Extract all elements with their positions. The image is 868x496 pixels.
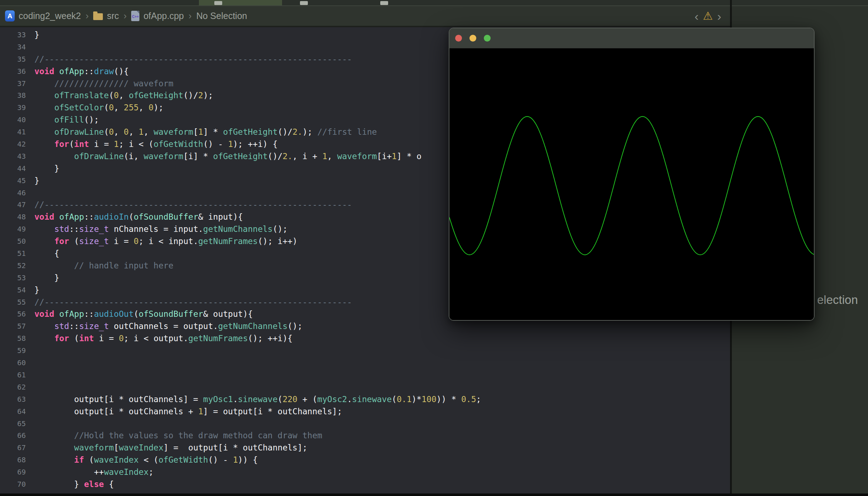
line-number[interactable]: 57 xyxy=(0,320,26,333)
code-text: ofDrawLine(i, waveform[i] * ofGetHeight(… xyxy=(26,151,421,163)
line-number[interactable]: 38 xyxy=(0,90,26,102)
code-line[interactable]: 59 xyxy=(0,345,730,357)
line-number[interactable]: 58 xyxy=(0,333,26,345)
project-icon[interactable]: A xyxy=(5,10,15,22)
of-app-window xyxy=(449,28,815,321)
line-number[interactable]: 51 xyxy=(0,248,26,260)
line-number[interactable]: 49 xyxy=(0,223,26,235)
line-number[interactable]: 34 xyxy=(0,41,26,53)
code-text: } xyxy=(26,284,39,296)
line-number[interactable]: 59 xyxy=(0,345,26,357)
code-text: ofTranslate(0, ofGetHeight()/2); xyxy=(26,90,213,102)
editor-tab-bar xyxy=(0,0,868,6)
code-line[interactable]: 67 waveform[waveIndex] = output[i * outC… xyxy=(0,442,730,454)
code-text: } else { xyxy=(26,478,114,491)
code-text: ++waveIndex; xyxy=(26,466,153,478)
code-text xyxy=(26,187,34,199)
code-text: } xyxy=(26,163,59,175)
warning-icon[interactable]: ⚠ xyxy=(703,10,713,22)
line-number[interactable]: 66 xyxy=(0,430,26,442)
code-text: ofSetColor(0, 255, 0); xyxy=(26,102,163,114)
breadcrumb-folder[interactable]: src xyxy=(107,11,119,21)
code-text: ofFill(); xyxy=(26,114,99,126)
line-number[interactable]: 47 xyxy=(0,199,26,211)
code-line[interactable]: 57 std::size_t outChannels = output.getN… xyxy=(0,320,730,333)
line-number[interactable]: 42 xyxy=(0,138,26,151)
line-number[interactable]: 50 xyxy=(0,235,26,248)
code-text: waveform[waveIndex] = output[i * outChan… xyxy=(26,442,307,454)
forward-button[interactable]: › xyxy=(717,10,721,22)
code-text: //--------------------------------------… xyxy=(26,199,352,211)
line-number[interactable]: 41 xyxy=(0,126,26,138)
chevron-right-icon: › xyxy=(85,10,90,22)
code-text: output[i * outChannels + 1] = output[i *… xyxy=(26,406,342,418)
code-text: { xyxy=(26,248,59,260)
code-text: if (waveIndex < (ofGetWidth() - 1)) { xyxy=(26,454,258,466)
code-text: for (size_t i = 0; i < input.getNumFrame… xyxy=(26,235,297,248)
code-line[interactable]: 58 for (int i = 0; i < output.getNumFram… xyxy=(0,333,730,345)
minimize-button[interactable] xyxy=(469,35,476,42)
code-line[interactable]: 69 ++waveIndex; xyxy=(0,466,730,478)
sine-wave-plot xyxy=(449,49,814,320)
line-number[interactable]: 33 xyxy=(0,29,26,41)
code-line[interactable]: 63 output[i * outChannels] = myOsc1.sine… xyxy=(0,394,730,406)
cpp-file-badge: C++ xyxy=(132,15,139,19)
close-button[interactable] xyxy=(455,35,462,42)
line-number[interactable]: 46 xyxy=(0,187,26,199)
line-number[interactable]: 54 xyxy=(0,284,26,296)
line-number[interactable]: 63 xyxy=(0,394,26,406)
line-number[interactable]: 36 xyxy=(0,66,26,78)
code-text: ofDrawLine(0, 0, 1, waveform[1] * ofGetH… xyxy=(26,126,377,138)
line-number[interactable]: 61 xyxy=(0,369,26,381)
zoom-button[interactable] xyxy=(484,35,491,42)
line-number[interactable]: 56 xyxy=(0,308,26,320)
breadcrumb-project[interactable]: coding2_week2 xyxy=(19,11,81,21)
code-line[interactable]: 60 xyxy=(0,357,730,369)
code-line[interactable]: 70 } else { xyxy=(0,478,730,491)
code-text xyxy=(26,381,34,394)
line-number[interactable]: 48 xyxy=(0,211,26,223)
code-text xyxy=(26,41,34,53)
app-window-titlebar[interactable] xyxy=(449,28,814,48)
code-line[interactable]: 61 xyxy=(0,369,730,381)
line-number[interactable]: 40 xyxy=(0,114,26,126)
line-number[interactable]: 43 xyxy=(0,151,26,163)
active-tab[interactable] xyxy=(199,0,282,5)
breadcrumb-file[interactable]: ofApp.cpp xyxy=(143,11,184,21)
line-number[interactable]: 62 xyxy=(0,381,26,394)
line-number[interactable]: 68 xyxy=(0,454,26,466)
line-number[interactable]: 44 xyxy=(0,163,26,175)
breadcrumb: A coding2_week2 › src › C++ ofApp.cpp › … xyxy=(5,6,247,26)
code-line[interactable]: 65 xyxy=(0,418,730,430)
line-number[interactable]: 53 xyxy=(0,272,26,284)
code-text: /////////////// waveform xyxy=(26,78,173,90)
back-button[interactable]: ‹ xyxy=(695,10,698,22)
line-number[interactable]: 67 xyxy=(0,442,26,454)
code-line[interactable]: 66 //Hold the values so the draw method … xyxy=(0,430,730,442)
line-number[interactable]: 35 xyxy=(0,53,26,66)
line-number[interactable]: 70 xyxy=(0,478,26,491)
line-number[interactable]: 55 xyxy=(0,296,26,309)
code-text: for (int i = 0; i < output.getNumFrames(… xyxy=(26,333,292,345)
chevron-right-icon: › xyxy=(188,10,192,22)
code-line[interactable]: 62 xyxy=(0,381,730,394)
code-line[interactable]: 64 output[i * outChannels + 1] = output[… xyxy=(0,406,730,418)
breadcrumb-selection[interactable]: No Selection xyxy=(196,11,247,21)
code-text: void ofApp::audioOut(ofSoundBuffer& outp… xyxy=(26,308,253,320)
cpp-file-icon: C++ xyxy=(131,11,139,21)
line-number[interactable]: 52 xyxy=(0,260,26,272)
no-selection-placeholder: election xyxy=(817,293,858,307)
code-text: std::size_t nChannels = input.getNumChan… xyxy=(26,223,287,235)
line-number[interactable]: 37 xyxy=(0,78,26,90)
code-text: } xyxy=(26,29,39,41)
line-number[interactable]: 39 xyxy=(0,102,26,114)
line-number[interactable]: 69 xyxy=(0,466,26,478)
line-number[interactable]: 60 xyxy=(0,357,26,369)
code-text xyxy=(26,357,34,369)
line-number[interactable]: 65 xyxy=(0,418,26,430)
line-number[interactable]: 45 xyxy=(0,175,26,187)
code-line[interactable]: 68 if (waveIndex < (ofGetWidth() - 1)) { xyxy=(0,454,730,466)
code-text: //Hold the values so the draw method can… xyxy=(26,430,322,442)
line-number[interactable]: 64 xyxy=(0,406,26,418)
nav-cluster: ‹ ⚠ › xyxy=(695,6,721,26)
